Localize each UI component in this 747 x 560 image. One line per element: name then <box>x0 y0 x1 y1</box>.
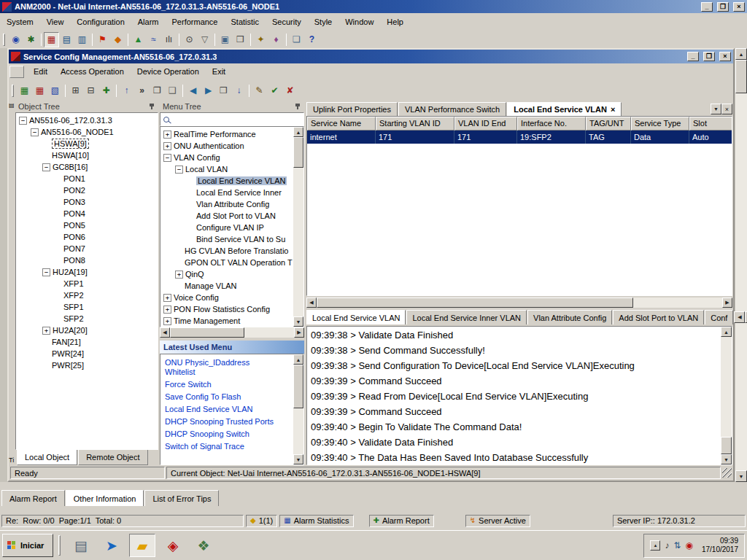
subtab-local-end-service-vlan[interactable]: Local End Service VLAN <box>306 310 406 324</box>
tree-item-selected[interactable]: Local End Service VLAN <box>160 175 303 187</box>
scroll-left-icon[interactable]: ◀ <box>160 327 170 338</box>
save-icon[interactable]: ▣ <box>217 32 233 47</box>
tree-item[interactable]: Manage VLAN <box>160 280 303 292</box>
status-alarm-statistics[interactable]: ▦Alarm Statistics <box>279 515 353 527</box>
subtab-add-slot-port-to-vlan[interactable]: Add Slot Port to VLAN <box>613 310 704 324</box>
scroll-track[interactable] <box>170 327 294 338</box>
tree-item[interactable]: PON2 <box>16 184 158 196</box>
tree-item[interactable]: XFP2 <box>16 289 158 301</box>
help-icon[interactable]: ? <box>304 32 320 47</box>
expander-icon[interactable]: + <box>163 294 171 302</box>
tab-list-of-error-tips[interactable]: List of Error Tips <box>144 490 219 506</box>
dock-panel-icon[interactable]: ▤ <box>9 102 15 109</box>
close-button[interactable]: × <box>733 2 745 12</box>
tree-item[interactable]: +HU2A[20] <box>16 324 158 336</box>
column-header[interactable]: VLAN ID End <box>454 117 517 131</box>
tree-item[interactable]: PON7 <box>16 243 158 254</box>
latest-used-link[interactable]: Force Switch <box>160 378 277 391</box>
scroll-track[interactable] <box>317 298 722 308</box>
service-config-icon[interactable]: ▦ <box>44 32 59 47</box>
expander-icon[interactable]: − <box>42 268 50 276</box>
latest-used-link[interactable]: Local End Service VLAN <box>160 403 277 416</box>
scroll-left-icon[interactable]: ◀ <box>306 298 317 308</box>
tree-item-selected[interactable]: HSWA[9] <box>16 138 158 149</box>
volume-tray-icon[interactable]: ♪ <box>665 540 669 551</box>
menu-system[interactable]: System <box>0 14 40 31</box>
tree-item[interactable]: Add Slot Port to VLAN <box>160 210 303 222</box>
tree-item[interactable]: +RealTime Performance <box>160 128 303 140</box>
mdi-scrollbar[interactable]: ▲ ▼ <box>735 48 747 482</box>
scroll-thumb[interactable] <box>317 298 633 308</box>
tree-item[interactable]: +QinQ <box>160 268 303 280</box>
resize-grip[interactable] <box>722 468 732 478</box>
tab-local-object[interactable]: Local Object <box>17 450 77 465</box>
remote-session-app-icon[interactable]: ▤ <box>68 534 94 557</box>
menu-tree-scrollbar[interactable]: ▲ ▼ <box>293 127 303 327</box>
expander-icon[interactable]: − <box>31 128 39 136</box>
launcher-app-icon[interactable]: ➤ <box>98 534 125 557</box>
column-header[interactable]: Interface No. <box>517 117 586 131</box>
window-cascade-icon[interactable]: ❏ <box>289 32 304 47</box>
scroll-right-icon[interactable]: ▶ <box>294 327 304 338</box>
scroll-down-icon[interactable]: ▼ <box>293 316 303 327</box>
write-device-icon[interactable]: ▶ <box>201 83 216 98</box>
tree-item[interactable]: GPON OLT VALN Operation T <box>160 257 303 268</box>
tab-list-dropdown-icon[interactable]: ▼ <box>711 104 721 114</box>
anm2000-app-icon[interactable]: ◈ <box>160 534 186 557</box>
restore-button[interactable]: ❐ <box>717 2 729 12</box>
scroll-thumb[interactable] <box>170 327 244 338</box>
batch-config-icon[interactable]: » <box>134 83 150 98</box>
tray-chevron-icon[interactable]: ▴ <box>650 540 660 551</box>
network-tray-icon[interactable]: ⇅ <box>673 540 681 551</box>
realtime-curve-icon[interactable]: ≈ <box>146 32 161 47</box>
scroll-up-icon[interactable]: ▲ <box>721 327 732 337</box>
tab-close-icon[interactable]: × <box>611 105 615 114</box>
tree-item[interactable]: −AN5516-06_NODE1 <box>16 126 158 138</box>
add-icon[interactable]: ✚ <box>98 83 114 98</box>
card-info-icon[interactable]: ▤ <box>59 32 74 47</box>
alert-tray-icon[interactable]: ◉ <box>685 540 692 551</box>
filter-icon[interactable]: ▽ <box>197 32 212 47</box>
menu-exit[interactable]: Exit <box>206 63 232 80</box>
menu-device-operation[interactable]: Device Operation <box>131 63 206 80</box>
scroll-down-icon[interactable]: ▼ <box>735 470 747 482</box>
scroll-up-icon[interactable]: ▲ <box>293 354 303 365</box>
expander-icon[interactable]: + <box>163 306 171 314</box>
scroll-thumb[interactable] <box>735 60 747 93</box>
menu-tree-hscrollbar[interactable]: ◀ ▶ <box>160 327 304 338</box>
tree-item[interactable]: −GC8B[16] <box>16 161 158 173</box>
tab-vlan-performance-switch[interactable]: VLAN Performance Switch <box>398 102 506 116</box>
menu-window[interactable]: Window <box>338 14 380 31</box>
tree-item[interactable]: PON8 <box>16 254 158 266</box>
table-hscrollbar[interactable]: ◀ ▶ <box>306 298 732 308</box>
statistics-icon[interactable]: ılı <box>161 32 177 47</box>
tree-item[interactable]: +Voice Config <box>160 292 303 303</box>
user-manage-icon[interactable]: ✦ <box>253 32 268 47</box>
topology-icon[interactable]: ✱ <box>23 32 39 47</box>
column-header[interactable]: TAG/UNT <box>586 117 631 131</box>
pin-icon[interactable] <box>149 104 155 110</box>
tree-item[interactable]: Configure VLAN IP <box>160 222 303 233</box>
start-button[interactable]: Iniciar <box>2 534 53 557</box>
clear-table-icon[interactable]: ▦ <box>32 83 47 98</box>
latest-used-link[interactable]: DHCP Snooping Trusted Ports <box>160 416 277 428</box>
menu-view[interactable]: View <box>40 14 71 31</box>
dock-panel-label[interactable]: Ti <box>9 456 14 464</box>
tree-item[interactable]: Bind Service VLAN to Su <box>160 233 303 245</box>
taskbar-grip[interactable] <box>58 535 61 556</box>
export-icon[interactable]: ↓ <box>231 83 247 98</box>
tab-uplink-port-properties[interactable]: Uplink Port Properties <box>306 102 398 116</box>
alarm-browse-icon[interactable]: ⚑ <box>95 32 110 47</box>
tree-item[interactable]: HSWA[10] <box>16 149 158 161</box>
scroll-track[interactable] <box>293 365 303 454</box>
validate-icon[interactable]: ✔ <box>267 83 282 98</box>
child-restore-button[interactable]: ❐ <box>703 52 715 61</box>
latest-used-scrollbar[interactable]: ▲ ▼ <box>293 354 303 464</box>
scroll-right-icon[interactable]: ▶ <box>722 298 732 308</box>
new-table-icon[interactable]: ▧ <box>47 83 63 98</box>
menu-search-input[interactable] <box>173 114 303 125</box>
device-list-icon[interactable]: ▥ <box>74 32 90 47</box>
copy-icon[interactable]: ❐ <box>150 83 165 98</box>
tree-item[interactable]: PWR[25] <box>16 359 158 371</box>
tab-other-information[interactable]: Other Information <box>66 490 144 506</box>
